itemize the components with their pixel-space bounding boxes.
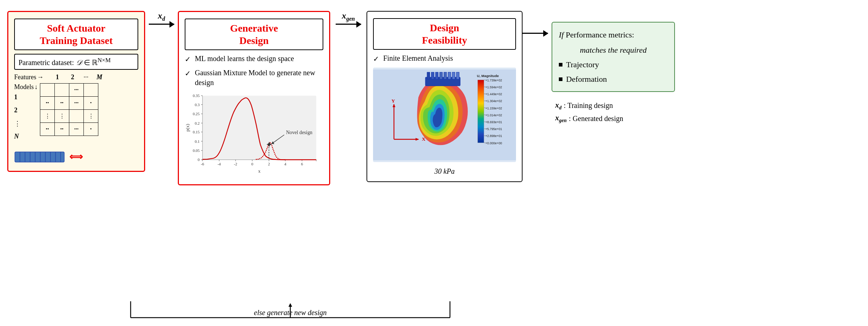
svg-text:+1.739e+02: +1.739e+02 [485,79,502,82]
perf-rest: Performance metrics: [564,30,634,39]
feas-check-mark: ✓ [373,54,380,64]
svg-text:U, Magnitude: U, Magnitude [477,74,499,78]
bullet-deformation [559,77,562,81]
svg-text:+5.795e+01: +5.795e+01 [485,127,502,131]
perf-subtitle: matches the required [559,45,668,55]
legend-xd: xd : Training design [555,99,623,112]
svg-text:2: 2 [268,162,270,166]
features-arrow-right: → [37,73,44,81]
svg-rect-67 [478,80,484,143]
svg-text:+8.693e+01: +8.693e+01 [485,120,502,124]
arrow-xgen-label: xgen [342,11,355,22]
legend-xgen-label: xgen [555,112,567,125]
colM: M [92,73,107,81]
dataset-box: Soft Actuator Training Dataset Parametri… [7,11,145,172]
svg-rect-60 [431,72,434,79]
cell-dots2: ⋮ [55,109,69,122]
svg-rect-59 [427,72,430,79]
table-row: ·· ·· ··· · [40,96,98,109]
feas-title-box: Design Feasibility [373,18,516,50]
models-down-arrow: ↓ [34,83,38,91]
gen-check1-line1: ML model learns the [195,55,255,63]
cell-dots4: ⋮ [84,109,98,122]
legend-xd-label: xd [555,99,562,112]
row2-label: 2 [14,104,17,117]
svg-text:6: 6 [301,162,303,166]
feas-title-line2: Feasibility [422,35,467,46]
col2: 2 [65,73,80,81]
models-label-row: Models ↓ [14,83,38,91]
cell-13: ··· [69,83,84,96]
cell-21: ·· [40,96,55,109]
gen-title-line2: Design [239,35,269,46]
cell-dots1: ⋮ [40,109,55,122]
feas-check1-text: Finite Element Analysis [383,53,453,63]
table-row: ·· ·· ··· · [40,122,98,136]
svg-text:0.2: 0.2 [195,121,200,125]
rowN-label: N [14,130,19,143]
svg-text:✦: ✦ [266,141,272,149]
row-dots-mid: ⋮ [14,117,21,130]
layout-inner: Soft Actuator Training Dataset Parametri… [7,11,861,315]
svg-text:4: 4 [284,162,286,166]
arrow-perf-line [523,33,548,34]
xd-text: xd [158,11,165,20]
legend-xd-desc: : Training design [564,100,613,111]
gen-check2: ✓ Gaussian Mixture Model to generate new… [185,68,323,88]
cell-N1: ·· [40,122,55,136]
svg-text:Novel design: Novel design [286,130,312,135]
svg-text:x: x [258,169,261,174]
cell-24: · [84,96,98,109]
svg-text:+0.000e+00: +0.000e+00 [485,141,502,145]
svg-text:p(x): p(x) [185,124,190,132]
svg-rect-64 [448,72,451,79]
arrow-xd-line [149,24,174,25]
cell-N3: ··· [69,122,84,136]
svg-text:-2: -2 [234,162,237,166]
gaussian-chart-area: 0 0.05 0.1 0.15 0.2 0.25 0.3 0.35 p(x) [185,91,323,178]
models-col: Models ↓ 1 2 ⋮ N [14,83,38,143]
check-mark-2: ✓ [185,69,192,79]
xgen-text: xgen [342,11,355,20]
gaussian-svg: 0 0.05 0.1 0.15 0.2 0.25 0.3 0.35 p(x) [185,91,323,178]
gen-check2-line1: Gaussian Mixture Model [195,69,267,77]
svg-text:0.1: 0.1 [195,139,200,144]
svg-text:+1.594e+02: +1.594e+02 [485,85,502,89]
svg-text:+2.898e+01: +2.898e+01 [485,134,502,138]
cell-12 [55,83,69,96]
main-container: Soft Actuator Training Dataset Parametri… [0,0,868,326]
svg-text:+1.159e+02: +1.159e+02 [485,106,502,110]
data-grid: ··· ·· ·· ··· · ⋮ ⋮ [40,83,98,136]
gen-check1-line2: design space [257,55,294,63]
svg-text:0.05: 0.05 [193,148,200,153]
perf-if: If [559,30,564,39]
feasibility-box: Design Feasibility ✓ Finite Element Anal… [367,11,523,182]
table-row: ⋮ ⋮ ⋮ [40,109,98,122]
table-row: ··· [40,83,98,96]
legend-xgen-desc: : Generated design [569,113,623,124]
svg-rect-66 [456,72,459,79]
cell-dots3 [69,109,84,122]
gen-title: Generative Design [230,23,278,46]
col-dots: ··· [81,73,91,81]
gen-title-box: Generative Design [185,19,323,50]
cell-22: ·· [55,96,69,109]
svg-text:+1.014e+02: +1.014e+02 [485,113,502,117]
grid-table-wrapper: ··· ·· ·· ··· · ⋮ ⋮ [40,83,98,136]
dataset-title: Soft Actuator Training Dataset [40,23,113,46]
cell-N2: ·· [55,122,69,136]
soft-actuator-svg [14,149,65,165]
bullet-trajectory [559,63,562,67]
svg-text:0.15: 0.15 [193,130,200,134]
svg-text:0: 0 [251,162,253,166]
feas-title-line1: Design [430,22,459,33]
dataset-table-section: Features → 1 2 ··· M Models ↓ 1 [14,73,138,165]
fea-image-area: Y X [373,68,516,162]
features-label-area: Features → 1 2 ··· M [14,73,138,81]
arrow-to-performance [523,11,548,34]
pressure-value: 30 kPa [434,167,455,175]
deformation-label: Deformation [566,75,607,84]
cell-14 [84,83,98,96]
svg-rect-65 [452,72,455,79]
svg-rect-63 [444,72,447,79]
